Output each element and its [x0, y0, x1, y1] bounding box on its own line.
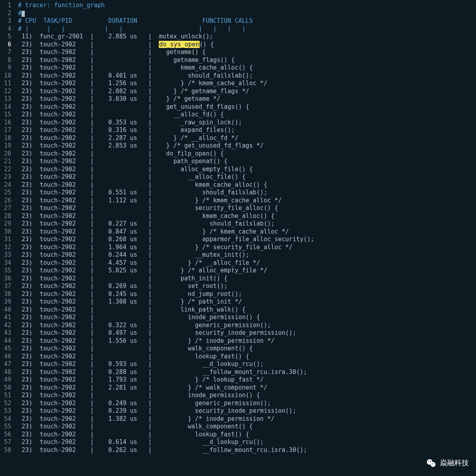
code-content: 1 # tracer: function_graph 2 # 3 # CPU T… [0, 0, 476, 454]
watermark-text: 焱融科技 [440, 458, 469, 468]
svg-point-1 [430, 462, 435, 467]
watermark: 焱融科技 [426, 458, 469, 469]
svg-point-5 [434, 463, 434, 464]
svg-point-4 [432, 463, 432, 464]
text-cursor [22, 11, 25, 17]
svg-point-2 [428, 461, 429, 462]
code-editor[interactable]: 1 # tracer: function_graph 2 # 3 # CPU T… [0, 0, 476, 476]
svg-point-3 [430, 461, 431, 462]
wechat-icon [426, 458, 437, 469]
